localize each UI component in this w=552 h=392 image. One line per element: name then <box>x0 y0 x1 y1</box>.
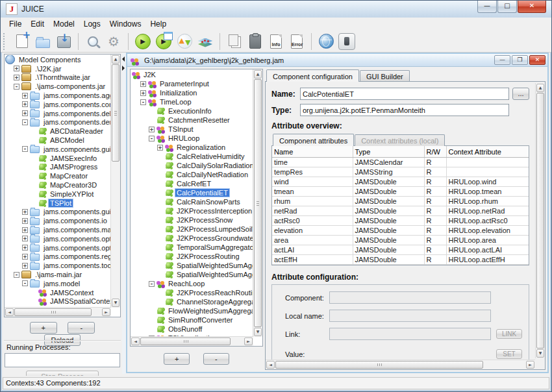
expand-toggle-icon[interactable]: + <box>14 66 19 71</box>
run-model-button[interactable] <box>132 32 153 51</box>
tree-item[interactable]: +jams.components.aggrega <box>5 91 110 100</box>
add-component-button[interactable]: + <box>30 322 57 334</box>
expand-toggle-icon[interactable]: + <box>149 127 155 132</box>
new-model-button[interactable] <box>12 32 32 51</box>
tree-item[interactable]: -ReachLoop <box>132 279 253 288</box>
tab-component-configuration[interactable]: Component configuration <box>266 69 359 82</box>
expand-toggle-icon[interactable]: - <box>14 84 19 90</box>
scroll-down-icon[interactable]: ▼ <box>112 299 119 307</box>
tree-item[interactable]: -.\jams-main.jar <box>5 270 110 279</box>
expand-toggle-icon[interactable]: + <box>22 218 28 224</box>
table-row[interactable]: actEffHJAMSDoubleRHRULoop.actEffH <box>272 255 529 265</box>
tree-item[interactable]: TSPlot <box>5 199 110 208</box>
tree-item[interactable]: ChannelStorageAggregator <box>132 297 253 306</box>
tree-item[interactable]: JAMSSpatialContext <box>5 297 110 306</box>
minimize-button[interactable]: — <box>477 1 497 13</box>
tree-item[interactable]: +TSInput <box>132 125 253 134</box>
tree-item[interactable]: J2KProcessReachRouting <box>132 288 253 297</box>
column-header[interactable]: R/W <box>424 146 446 158</box>
expand-toggle-icon[interactable]: + <box>22 263 28 269</box>
column-header[interactable]: Context Attribute <box>446 146 529 158</box>
link-input[interactable] <box>329 328 491 340</box>
upload-download-button[interactable] <box>174 32 195 51</box>
expand-toggle-icon[interactable]: + <box>14 75 19 80</box>
expand-toggle-icon[interactable]: + <box>22 93 28 99</box>
expand-toggle-icon[interactable]: + <box>22 245 28 251</box>
menu-file[interactable]: File <box>5 18 26 30</box>
running-processes-list[interactable] <box>5 353 120 367</box>
expand-toggle-icon[interactable]: + <box>140 90 146 96</box>
scroll-down-icon[interactable]: ▼ <box>536 349 544 358</box>
tree-item[interactable]: CalcDailySolarRadiation <box>132 161 253 170</box>
expand-toggle-icon[interactable]: + <box>22 254 28 260</box>
expand-toggle-icon[interactable]: + <box>140 81 146 87</box>
tree-item[interactable]: -jams.model <box>5 279 110 288</box>
horizontal-scrollbar[interactable]: ◄ ► <box>5 307 111 317</box>
tab-gui-builder[interactable]: GUI Builder <box>360 70 410 82</box>
table-row[interactable]: timeJAMSCalendarR <box>272 158 529 167</box>
column-header[interactable]: Type <box>353 146 424 158</box>
tree-item[interactable]: -HRULoop <box>132 134 253 143</box>
column-header[interactable]: Name <box>272 146 353 158</box>
tree-item[interactable]: J2KProcessInterception <box>132 206 253 215</box>
tree-item[interactable]: J2K <box>132 70 253 79</box>
tree-item[interactable]: ObsRunoff <box>132 325 253 334</box>
component-input[interactable] <box>329 291 491 304</box>
menu-logs[interactable]: Logs <box>79 18 105 30</box>
type-input[interactable] <box>300 104 509 116</box>
table-row[interactable]: rhumJAMSDoubleRHRULoop.rhum <box>272 197 529 206</box>
collapse-left-icon[interactable] <box>122 56 125 62</box>
tree-item[interactable]: +jams.components.conditio <box>5 100 110 109</box>
tab-context-attributes-local-[interactable]: Context attributes (local) <box>355 134 445 146</box>
save-model-button[interactable] <box>53 32 74 51</box>
tree-item[interactable]: SpatialWeightedSumAggrega <box>132 261 253 270</box>
expand-toggle-icon[interactable]: - <box>149 136 155 141</box>
vertical-scrollbar[interactable]: ▲ ▼ <box>253 69 262 337</box>
tree-item[interactable]: CatchmentResetter <box>132 116 253 125</box>
name-input[interactable] <box>300 88 509 100</box>
more-options-button[interactable]: ... <box>512 88 529 100</box>
tree-item[interactable]: J2KProcessLumpedSoilWater <box>132 225 253 234</box>
scroll-down-icon[interactable]: ▼ <box>254 328 262 336</box>
expand-toggle-icon[interactable]: + <box>22 101 28 107</box>
scroll-right-icon[interactable]: ► <box>244 337 253 345</box>
horizontal-scrollbar[interactable]: ◄ ► <box>131 336 253 346</box>
device-button[interactable] <box>336 32 357 51</box>
scroll-up-icon[interactable]: ▲ <box>254 70 262 79</box>
horizontal-scrollbar[interactable]: ◄ ► <box>266 360 535 369</box>
local-name-input[interactable] <box>329 310 491 322</box>
tree-item[interactable]: -TimeLoop <box>132 97 253 106</box>
table-row[interactable]: actLAIJAMSDoubleRHRULoop.actLAI <box>272 245 529 255</box>
tree-item[interactable]: +jams.components.optimize <box>5 234 110 243</box>
tree-item[interactable]: +jams.components.gui.spre <box>5 208 110 217</box>
expand-toggle-icon[interactable]: - <box>14 272 19 278</box>
scrollbar-thumb[interactable] <box>112 64 119 162</box>
close-button[interactable]: ✕ <box>518 1 546 13</box>
scroll-up-icon[interactable]: ▲ <box>536 84 544 92</box>
attribute-table[interactable]: NameTypeR/WContext Attribute timeJAMSCal… <box>272 146 529 265</box>
info-log-button[interactable]: Info <box>266 32 286 51</box>
clipboard-button[interactable] <box>245 32 266 51</box>
scrollbar-thumb[interactable] <box>536 93 544 349</box>
scrollbar-thumb[interactable] <box>140 337 231 345</box>
table-row[interactable]: windJAMSDoubleRHRULoop.wind <box>272 177 529 187</box>
remove-node-button[interactable]: - <box>203 353 229 365</box>
tree-item[interactable]: CalcRefET <box>132 179 253 188</box>
menu-edit[interactable]: Edit <box>26 18 49 30</box>
tree-item[interactable]: J2KProcessRouting <box>132 252 253 261</box>
menu-help[interactable]: Help <box>145 18 171 30</box>
tree-item[interactable]: SimpleXYPlot <box>5 190 110 199</box>
tree-item[interactable]: CalcRelativeHumidity <box>132 152 253 161</box>
browser-globe-button[interactable] <box>316 32 336 51</box>
tree-item[interactable]: ExecutionInfo <box>132 106 253 116</box>
tree-item[interactable]: JAMSExecInfo <box>5 154 110 163</box>
remove-component-button[interactable]: - <box>68 322 95 334</box>
scroll-right-icon[interactable]: ► <box>526 361 534 369</box>
tree-item[interactable]: +jams.components.regional <box>5 252 110 262</box>
toolbar-grip[interactable] <box>3 33 8 50</box>
table-row[interactable]: tmeanJAMSDoubleRHRULoop.tmean <box>272 187 529 197</box>
scroll-right-icon[interactable]: ► <box>102 308 110 316</box>
expand-toggle-icon[interactable]: + <box>22 236 28 241</box>
expand-toggle-icon[interactable]: - <box>149 281 155 287</box>
table-row[interactable]: areaJAMSDoubleRHRULoop.area <box>272 236 529 245</box>
